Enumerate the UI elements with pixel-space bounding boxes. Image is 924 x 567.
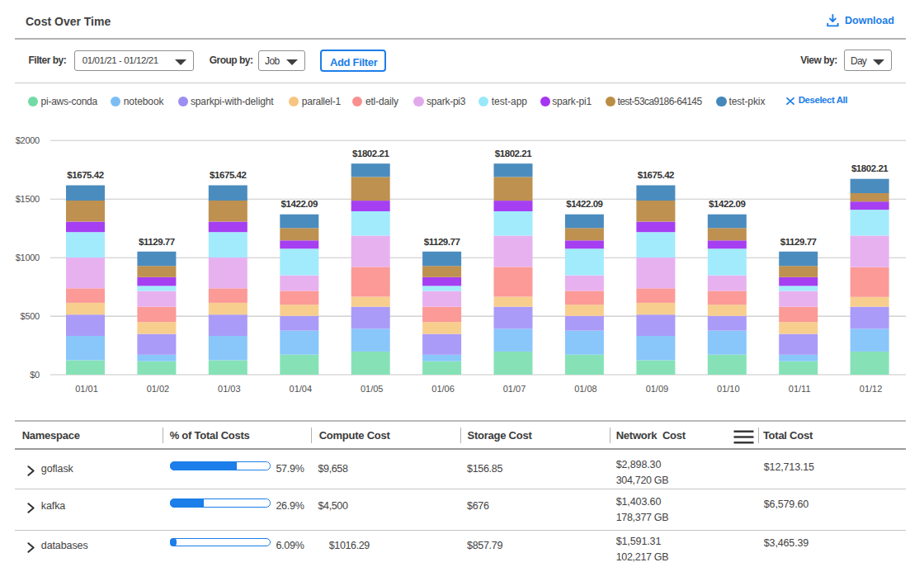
svg-text:01/09: 01/09	[646, 384, 669, 394]
svg-text:$1422.09: $1422.09	[566, 199, 602, 209]
svg-text:01/10: 01/10	[717, 384, 740, 394]
svg-text:$500: $500	[21, 311, 40, 321]
svg-text:$1802.21: $1802.21	[352, 149, 389, 158]
svg-text:$1000: $1000	[16, 253, 40, 262]
svg-text:01/06: 01/06	[431, 384, 455, 394]
svg-text:$1422.09: $1422.09	[709, 199, 745, 209]
svg-text:$1802.21: $1802.21	[495, 149, 532, 158]
svg-text:$1500: $1500	[16, 194, 40, 204]
svg-text:$1675.42: $1675.42	[210, 170, 246, 180]
svg-text:01/04: 01/04	[290, 384, 313, 394]
svg-text:$1129.77: $1129.77	[139, 237, 175, 247]
svg-text:01/01: 01/01	[75, 384, 98, 394]
svg-text:$1802.21: $1802.21	[851, 163, 889, 173]
svg-text:$1422.09: $1422.09	[281, 199, 318, 209]
svg-text:$1675.42: $1675.42	[67, 170, 103, 180]
svg-text:01/07: 01/07	[503, 384, 526, 394]
svg-text:01/05: 01/05	[361, 384, 384, 394]
svg-text:01/03: 01/03	[218, 384, 241, 394]
svg-text:01/11: 01/11	[789, 384, 811, 394]
svg-text:$1129.77: $1129.77	[780, 237, 817, 247]
svg-text:$1675.42: $1675.42	[638, 170, 674, 180]
svg-text:$2000: $2000	[16, 135, 40, 145]
svg-text:$1129.77: $1129.77	[424, 237, 460, 247]
svg-text:01/08: 01/08	[574, 384, 597, 394]
svg-text:01/02: 01/02	[147, 384, 170, 394]
svg-text:01/12: 01/12	[860, 384, 883, 394]
svg-text:$0: $0	[30, 370, 40, 380]
